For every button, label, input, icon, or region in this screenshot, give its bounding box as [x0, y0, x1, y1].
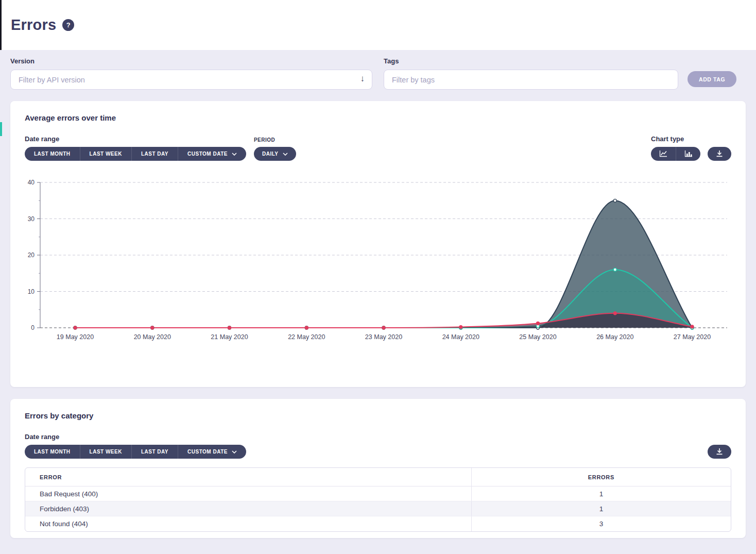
errors-table: ERROR ERRORS Bad Request (400) 1 Forbidd… [25, 467, 731, 532]
error-name: Not found (404) [25, 516, 471, 531]
error-count: 3 [471, 516, 731, 531]
chart-controls: Date range LAST MONTH LAST WEEK LAST DAY… [25, 135, 731, 161]
date-range-button-group: LAST MONTH LAST WEEK LAST DAY CUSTOM DAT… [25, 445, 246, 459]
svg-text:22 May 2020: 22 May 2020 [288, 333, 325, 341]
date-range-button-group: LAST MONTH LAST WEEK LAST DAY CUSTOM DAT… [25, 147, 246, 161]
dropdown-arrow-icon[interactable]: ↓ [360, 74, 365, 84]
chevron-down-icon [232, 151, 237, 157]
svg-text:40: 40 [28, 179, 35, 186]
svg-text:20: 20 [28, 251, 35, 259]
custom-date-button[interactable]: CUSTOM DATE [178, 147, 246, 161]
chevron-down-icon [283, 151, 288, 157]
table-header-row: ERROR ERRORS [25, 468, 731, 486]
date-range-control: Date range LAST MONTH LAST WEEK LAST DAY… [25, 135, 246, 161]
last-week-button[interactable]: LAST WEEK [80, 147, 131, 161]
errors-over-time-chart[interactable]: 01020304019 May 202020 May 202021 May 20… [25, 175, 731, 351]
error-count: 1 [471, 486, 731, 501]
svg-text:23 May 2020: 23 May 2020 [365, 333, 402, 341]
download-icon [716, 448, 723, 456]
table-card-title: Errors by category [25, 411, 731, 420]
date-range-control: Date range LAST MONTH LAST WEEK LAST DAY… [25, 433, 246, 459]
download-chart-button[interactable] [708, 147, 731, 161]
page-header: Errors ? [0, 0, 756, 50]
error-count: 1 [471, 501, 731, 516]
filter-bar: Version ↓ Tags ADD TAG [0, 50, 756, 90]
last-day-button[interactable]: LAST DAY [131, 147, 178, 161]
tags-label: Tags [384, 57, 678, 65]
chevron-down-icon [232, 449, 237, 455]
error-name: Forbidden (403) [25, 501, 471, 516]
svg-text:19 May 2020: 19 May 2020 [57, 333, 94, 341]
line-chart-type-button[interactable] [651, 147, 676, 161]
help-icon[interactable]: ? [62, 19, 74, 31]
chart-type-button-group [651, 147, 700, 161]
version-filter-block: Version ↓ [10, 57, 372, 90]
chart-type-label: Chart type [651, 135, 731, 143]
period-label: PERIOD [254, 137, 296, 143]
svg-text:10: 10 [28, 288, 35, 295]
custom-date-button[interactable]: CUSTOM DATE [178, 445, 246, 459]
table-row[interactable]: Not found (404) 3 [25, 516, 731, 531]
errors-by-category-card: Errors by category Date range LAST MONTH… [10, 399, 746, 538]
last-day-button[interactable]: LAST DAY [131, 445, 178, 459]
version-label: Version [10, 57, 372, 65]
download-table-button[interactable] [708, 445, 731, 459]
svg-text:30: 30 [28, 215, 35, 223]
date-range-label: Date range [25, 135, 246, 143]
svg-text:26 May 2020: 26 May 2020 [596, 333, 633, 341]
table-row[interactable]: Bad Request (400) 1 [25, 486, 731, 501]
date-range-label: Date range [25, 433, 246, 441]
period-control: PERIOD DAILY [254, 137, 296, 161]
last-month-button[interactable]: LAST MONTH [25, 147, 80, 161]
page-title: Errors [11, 16, 56, 33]
column-header-errors: ERRORS [471, 468, 731, 486]
svg-text:27 May 2020: 27 May 2020 [674, 333, 711, 341]
version-filter-input[interactable] [10, 70, 372, 90]
bar-chart-icon [684, 150, 693, 158]
chart-svg: 01020304019 May 202020 May 202021 May 20… [25, 175, 731, 349]
download-icon [716, 150, 723, 158]
column-header-error: ERROR [25, 468, 471, 486]
period-select[interactable]: DAILY [254, 147, 296, 161]
errors-over-time-card: Average errors over time Date range LAST… [10, 101, 746, 387]
left-teal-accent [0, 122, 2, 136]
svg-text:21 May 2020: 21 May 2020 [211, 333, 248, 341]
last-week-button[interactable]: LAST WEEK [80, 445, 131, 459]
line-chart-icon [659, 150, 667, 158]
add-tag-button[interactable]: ADD TAG [688, 71, 736, 87]
svg-text:20 May 2020: 20 May 2020 [134, 333, 171, 341]
tags-filter-block: Tags [384, 57, 678, 90]
table-controls: Date range LAST MONTH LAST WEEK LAST DAY… [25, 433, 731, 459]
left-border-accent [0, 0, 2, 50]
error-name: Bad Request (400) [25, 486, 471, 501]
bar-chart-type-button[interactable] [676, 147, 700, 161]
svg-text:0: 0 [31, 324, 35, 331]
chart-type-control: Chart type [651, 135, 731, 161]
table-row[interactable]: Forbidden (403) 1 [25, 501, 731, 516]
last-month-button[interactable]: LAST MONTH [25, 445, 80, 459]
svg-text:25 May 2020: 25 May 2020 [519, 333, 556, 341]
tags-filter-input[interactable] [384, 70, 678, 90]
svg-text:24 May 2020: 24 May 2020 [442, 333, 479, 341]
chart-card-title: Average errors over time [25, 113, 731, 122]
